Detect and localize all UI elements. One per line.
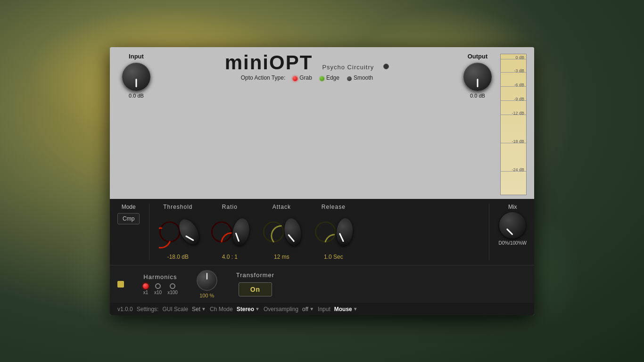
version-text: v1.0.0 [117, 306, 133, 313]
vu-label-6db: -6 dB [501, 82, 526, 87]
harmonic-x100-label: x100 [167, 290, 178, 295]
harmonic-x10-radio [155, 283, 161, 289]
ch-mode-value: Stereo [237, 306, 254, 313]
svg-point-3 [316, 222, 336, 242]
release-knob-inner [335, 217, 354, 246]
ratio-group: Ratio 4.0 : 1 [211, 204, 248, 260]
harmonics-amount-value: 100 % [199, 293, 214, 298]
input-mode-arrow: ▼ [353, 306, 358, 312]
svg-point-2 [264, 222, 284, 242]
release-value: 1.0 Sec [324, 254, 343, 260]
vu-label-24db: -24 dB [501, 167, 526, 172]
gui-scale-arrow: ▼ [201, 306, 206, 312]
attack-knob-wrap[interactable] [263, 213, 300, 251]
settings-label: Settings: [137, 306, 159, 313]
yellow-indicator [117, 281, 124, 288]
threshold-ring-svg [159, 213, 181, 251]
harmonics-amount-wrap: 100 % [197, 270, 217, 298]
threshold-value: -18.0 dB [167, 254, 189, 260]
harmonic-x10-label: x10 [154, 290, 162, 295]
gui-scale-label: GUI Scale [162, 306, 188, 313]
svg-point-1 [212, 222, 232, 242]
vu-meter: 0 dB -3 dB -6 dB -9 dB [500, 54, 527, 195]
vu-meter-container: 0 dB -3 dB -6 dB -9 dB [500, 54, 527, 195]
top-section: Input 0.0 dB miniOPT Psycho Circuitry Op… [110, 47, 534, 199]
mix-label: Mix [508, 204, 517, 210]
plugin-subtitle: Psycho Circuitry [322, 64, 374, 71]
opto-smooth[interactable]: Smooth [347, 74, 373, 81]
output-label: Output [468, 53, 488, 60]
opto-grab[interactable]: Grab [293, 74, 312, 81]
input-area: Input 0.0 dB [117, 53, 155, 99]
harmonic-x100-radio [170, 283, 175, 289]
opto-smooth-led [347, 76, 352, 81]
opto-grab-label: Grab [299, 74, 312, 81]
input-knob[interactable] [122, 63, 150, 91]
harmonic-x10[interactable]: x10 [154, 283, 162, 295]
ratio-knob-wrap[interactable] [211, 213, 248, 251]
harmonic-x1[interactable]: x1 [143, 283, 149, 295]
opto-grab-led [293, 76, 297, 81]
ratio-ring-svg [211, 213, 232, 251]
output-knob[interactable] [463, 63, 492, 91]
release-group: Release 1.0 Sec [314, 204, 352, 260]
opto-edge[interactable]: Edge [320, 74, 339, 81]
input-label: Input [129, 53, 144, 60]
gui-scale-button[interactable]: Set ▼ [192, 306, 206, 313]
mix-section: Mix D0%/100%W [489, 204, 527, 260]
threshold-label: Threshold [163, 204, 192, 210]
attack-label: Attack [272, 204, 291, 210]
threshold-group: Threshold -18.0 dB [159, 204, 197, 260]
opto-edge-label: Edge [326, 74, 339, 81]
attack-value: 12 ms [274, 254, 289, 260]
transformer-label: Transformer [236, 272, 274, 279]
status-bar: v1.0.0 Settings: GUI Scale Set ▼ Ch Mode… [110, 303, 534, 315]
input-mode-value: Mouse [334, 306, 352, 313]
harmonic-x1-label: x1 [143, 290, 149, 295]
release-label: Release [322, 204, 346, 210]
harmonic-x100[interactable]: x100 [167, 283, 178, 295]
ratio-label: Ratio [222, 204, 238, 210]
opto-edge-led [320, 76, 324, 81]
vu-label-3db: -3 dB [501, 68, 526, 73]
harmonic-x1-radio [143, 283, 149, 289]
input-value: 0.0 dB [129, 93, 144, 99]
ratio-value: 4.0 : 1 [222, 254, 238, 260]
ch-mode-button[interactable]: Stereo ▼ [237, 306, 260, 313]
svg-point-0 [160, 222, 180, 242]
plugin-title: miniOPT [225, 53, 313, 73]
opto-label: Opto Action Type: [241, 74, 286, 81]
harmonics-amount-knob[interactable] [197, 270, 217, 291]
ch-mode-label: Ch Mode [210, 306, 233, 313]
output-area: Output 0.0 dB [459, 53, 496, 99]
right-side: Output 0.0 dB 0 dB -3 dB [459, 53, 527, 195]
input-mode-button[interactable]: Mouse ▼ [334, 306, 358, 313]
opto-row: Opto Action Type: Grab Edge Smooth [241, 74, 373, 81]
gui-scale-value: Set [192, 306, 200, 313]
plugin-window: Input 0.0 dB miniOPT Psycho Circuitry Op… [110, 47, 534, 315]
vu-label-9db: -9 dB [501, 97, 526, 101]
input-mode-label: Input [318, 306, 330, 313]
top-center: miniOPT Psycho Circuitry Opto Action Typ… [155, 53, 459, 81]
oversampling-label: Oversampling [264, 306, 298, 313]
oversampling-arrow: ▼ [309, 306, 314, 312]
release-ring-svg [314, 213, 336, 251]
vu-label-18db: -18 dB [501, 139, 526, 144]
vu-label-0db: 0 dB [501, 55, 526, 60]
output-value: 0.0 dB [470, 93, 485, 99]
mix-knob[interactable] [499, 212, 526, 239]
attack-ring-svg [263, 213, 284, 251]
harmonics-options: x1 x10 x100 [143, 283, 178, 295]
oversampling-button[interactable]: off ▼ [302, 306, 314, 313]
mix-value: D0%/100%W [499, 240, 527, 246]
mode-button[interactable]: Cmp [117, 213, 140, 224]
attack-knob-inner [282, 217, 303, 247]
threshold-knob-wrap[interactable] [159, 213, 197, 251]
release-knob-wrap[interactable] [314, 213, 352, 251]
transformer-button[interactable]: On [239, 282, 272, 296]
vu-background [501, 54, 526, 195]
harmonics-section: Harmonics x1 x10 x100 [143, 273, 178, 295]
transformer-section: Transformer On [236, 272, 274, 296]
mode-section: Mode Cmp [117, 204, 149, 260]
mode-label: Mode [122, 204, 136, 210]
